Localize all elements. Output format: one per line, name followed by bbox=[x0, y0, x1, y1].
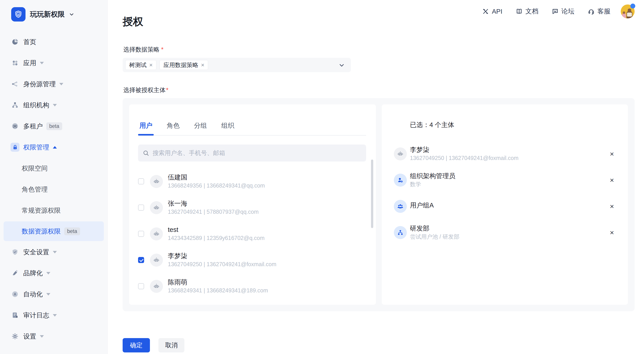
user-row[interactable]: 张一海 13627049241 | 578807937@qq.com bbox=[138, 195, 366, 221]
docs-link[interactable]: 文档 bbox=[516, 7, 538, 16]
sidebar-item-identity-sources[interactable]: 身份源管理 bbox=[0, 74, 108, 95]
subject-name: 李梦柒 bbox=[410, 146, 518, 153]
sidebar-item-audit-logs[interactable]: 审计日志 bbox=[0, 305, 108, 326]
selected-subject-row: 用户组A × bbox=[394, 193, 614, 219]
cancel-button[interactable]: 取消 bbox=[158, 338, 184, 352]
selected-count-title: 已选：4 个主体 bbox=[410, 120, 628, 129]
subject-name: 研发部 bbox=[410, 225, 460, 232]
user-meta: 13668249341 | 13668249341@189.com bbox=[168, 287, 268, 294]
user-checkbox[interactable] bbox=[138, 283, 144, 289]
robot-avatar-icon bbox=[150, 280, 163, 293]
selected-subject-row: 李梦柒 13627049250 | 13627049241@foxmail.co… bbox=[394, 141, 614, 167]
workspace-name: 玩玩新权限 bbox=[30, 10, 65, 19]
user-checkbox[interactable] bbox=[138, 205, 144, 211]
selected-subject-row: 研发部 尝试用户池 / 研发部 × bbox=[394, 219, 614, 246]
remove-tag-icon[interactable]: × bbox=[201, 62, 204, 68]
remove-subject-button[interactable]: × bbox=[610, 203, 614, 210]
remove-subject-button[interactable]: × bbox=[610, 229, 614, 236]
user-row[interactable]: test 14234342589 | 12359y616702@q.com bbox=[138, 221, 366, 247]
audit-log-icon bbox=[11, 311, 19, 319]
confirm-button[interactable]: 确定 bbox=[122, 338, 150, 352]
remove-subject-button[interactable]: × bbox=[610, 176, 614, 184]
api-link-label: API bbox=[492, 8, 502, 15]
sidebar-item-automation[interactable]: A 自动化 bbox=[0, 284, 108, 305]
user-checkbox[interactable] bbox=[138, 257, 144, 263]
form-actions: 确定 取消 bbox=[122, 338, 184, 352]
sidebar-item-label: 身份源管理 bbox=[23, 81, 56, 87]
user-name: 张一海 bbox=[168, 200, 259, 207]
subject-field-label: 选择被授权主体* bbox=[123, 86, 168, 94]
search-input[interactable] bbox=[152, 150, 362, 157]
book-icon bbox=[516, 8, 522, 15]
subject-selection-panel: 用户 角色 分组 组织 伍建国 13 bbox=[122, 98, 634, 311]
share-nodes-icon bbox=[11, 80, 19, 88]
tab-users[interactable]: 用户 bbox=[140, 122, 152, 135]
selected-subject-list: 李梦柒 13627049250 | 13627049241@foxmail.co… bbox=[394, 141, 614, 246]
remove-tag-icon[interactable]: × bbox=[149, 62, 152, 68]
required-mark: * bbox=[166, 87, 168, 93]
user-list: 伍建国 13668249356 | 13668249341@qq.com 张一海… bbox=[138, 168, 366, 299]
forum-link[interactable]: 论坛 bbox=[552, 7, 574, 16]
workspace-switcher[interactable]: 玩玩新权限 bbox=[11, 7, 74, 22]
subject-picker-card: 用户 角色 分组 组织 伍建国 13 bbox=[129, 104, 376, 305]
topbar: API 文档 论坛 客服 bbox=[469, 5, 634, 18]
user-row[interactable]: 陈雨萌 13668249341 | 13668249341@189.com bbox=[138, 273, 366, 299]
api-link[interactable]: API bbox=[482, 8, 502, 15]
remove-subject-button[interactable]: × bbox=[610, 150, 614, 157]
subject-meta: 尝试用户池 / 研发部 bbox=[410, 234, 460, 240]
list-scrollbar[interactable] bbox=[371, 159, 373, 228]
tab-organizations[interactable]: 组织 bbox=[221, 122, 234, 135]
user-row[interactable]: 李梦柒 13627049250 | 13627049241@foxmail.co… bbox=[138, 247, 366, 273]
user-checkbox[interactable] bbox=[138, 178, 144, 185]
chevron-down-icon bbox=[53, 314, 57, 317]
shield-check-icon bbox=[11, 248, 19, 256]
chevron-up-icon bbox=[53, 146, 57, 148]
tab-groups[interactable]: 分组 bbox=[194, 122, 207, 135]
sidebar-item-permission-management[interactable]: 权限管理 bbox=[0, 137, 108, 158]
sidebar-item-home[interactable]: 首页 bbox=[0, 31, 108, 52]
sidebar-item-multi-tenant[interactable]: 多租户 beta bbox=[0, 116, 108, 137]
subject-meta: 数学 bbox=[410, 181, 455, 188]
sidebar-item-branding[interactable]: 品牌化 bbox=[0, 263, 108, 284]
apps-icon bbox=[11, 59, 19, 67]
user-row[interactable]: 伍建国 13668249356 | 13668249341@qq.com bbox=[138, 168, 366, 195]
robot-avatar-icon bbox=[150, 227, 163, 240]
user-meta: 13627049250 | 13627049241@foxmail.com bbox=[168, 261, 276, 268]
user-meta: 13668249356 | 13668249341@qq.com bbox=[168, 183, 265, 189]
role-avatar-icon bbox=[394, 174, 407, 187]
sidebar-item-settings[interactable]: 设置 bbox=[0, 326, 108, 347]
user-avatar[interactable] bbox=[621, 5, 634, 18]
sidebar-item-organization[interactable]: 组织机构 bbox=[0, 95, 108, 116]
user-name: 陈雨萌 bbox=[168, 279, 268, 286]
notification-dot bbox=[630, 4, 635, 9]
user-name: 伍建国 bbox=[168, 174, 265, 181]
policy-tag-label: 树测试 bbox=[129, 61, 146, 69]
user-meta: 14234342589 | 12359y616702@q.com bbox=[168, 235, 264, 241]
paintbrush-icon bbox=[11, 269, 19, 277]
required-mark: * bbox=[161, 46, 164, 53]
tools-icon bbox=[482, 8, 489, 15]
sidebar-subitem-data-resource-permissions[interactable]: 数据资源权限 beta bbox=[4, 221, 104, 241]
policy-tag-label: 应用数据策略 bbox=[163, 61, 198, 69]
sidebar-item-label: 首页 bbox=[23, 39, 36, 45]
tab-roles[interactable]: 角色 bbox=[167, 122, 180, 135]
sidebar-item-security-settings[interactable]: 安全设置 bbox=[0, 242, 108, 263]
home-dashboard-icon bbox=[11, 38, 19, 46]
chat-bubble-icon bbox=[552, 8, 558, 15]
chevron-down-icon bbox=[338, 62, 345, 69]
forum-link-label: 论坛 bbox=[562, 7, 574, 16]
page-title: 授权 bbox=[122, 15, 143, 29]
chevron-down-icon bbox=[53, 104, 57, 106]
user-checkbox[interactable] bbox=[138, 231, 144, 237]
support-link[interactable]: 客服 bbox=[588, 7, 610, 16]
chevron-down-icon bbox=[40, 62, 44, 64]
beta-badge: beta bbox=[46, 122, 62, 130]
sidebar-subitem-role-management[interactable]: 角色管理 bbox=[0, 179, 108, 200]
policy-multiselect[interactable]: 树测试 × 应用数据策略 × bbox=[122, 58, 351, 72]
user-search bbox=[138, 144, 366, 161]
sidebar-subitem-general-resource-permissions[interactable]: 常规资源权限 bbox=[0, 200, 108, 221]
user-name: 李梦柒 bbox=[168, 253, 276, 260]
chevron-down-icon bbox=[69, 12, 74, 17]
sidebar-subitem-permission-spaces[interactable]: 权限空间 bbox=[0, 158, 108, 179]
sidebar-item-apps[interactable]: 应用 bbox=[0, 52, 108, 74]
